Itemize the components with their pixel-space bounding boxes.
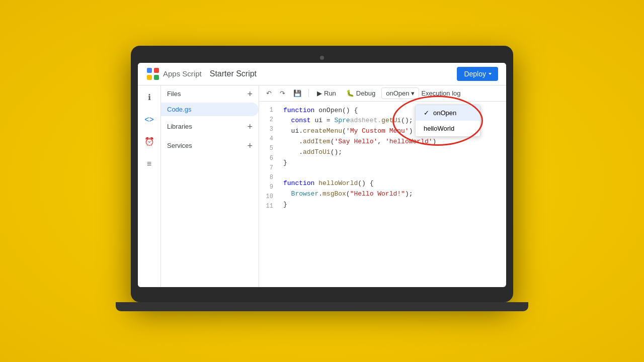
code-line-5: .addToUi(); (283, 147, 500, 158)
line-number-10: 10 (263, 192, 273, 202)
sidebar-icons: ℹ <> ⏰ ≡ (138, 85, 161, 287)
file-name-code-gs: Code.gs (167, 106, 191, 113)
code-line-8: function helloWorld() { (283, 178, 500, 189)
chevron-down-icon: ▾ (411, 89, 415, 97)
services-label: Services (167, 142, 192, 149)
line-number-5: 5 (263, 144, 273, 153)
logo-text: Apps Script (163, 69, 202, 78)
code-line-11 (283, 210, 500, 221)
code-line-6: } (283, 158, 500, 168)
laptop-base (116, 302, 528, 311)
add-library-icon[interactable]: + (247, 122, 253, 131)
dropdown-item-helloworld[interactable]: helloWorld (416, 121, 480, 136)
function-selector-value: onOpen (386, 89, 409, 97)
services-header: Services + (161, 137, 259, 154)
app-title: Starter Script (210, 69, 257, 78)
line-number-1: 1 (263, 106, 273, 115)
sidebar-icon-menu[interactable]: ≡ (143, 158, 155, 170)
add-service-icon[interactable]: + (247, 141, 253, 150)
deploy-arrow-icon (489, 73, 492, 75)
line-number-4: 4 (263, 134, 273, 144)
app-body: ℹ <> ⏰ ≡ Files + Code.gs Libraries (138, 85, 506, 287)
undo-button[interactable]: ↶ (263, 87, 275, 99)
libraries-label: Libraries (167, 123, 192, 130)
sidebar-icon-code[interactable]: <> (143, 114, 155, 126)
svg-rect-1 (154, 68, 159, 73)
line-number-3: 3 (263, 125, 273, 134)
run-label: Run (324, 89, 336, 97)
line-number-6: 6 (263, 154, 273, 163)
code-line-10: } (283, 200, 500, 210)
laptop-container: Apps Script Starter Script Deploy ℹ <> ⏰… (131, 46, 513, 302)
deploy-label: Deploy (464, 70, 486, 78)
run-button[interactable]: ▶ Run (313, 87, 340, 99)
debug-label: Debug (356, 89, 375, 97)
deploy-button[interactable]: Deploy (457, 67, 498, 81)
redo-button[interactable]: ↷ (277, 87, 288, 99)
dropdown-item-label-onopen: onOpen (433, 109, 456, 117)
files-label: Files (167, 90, 181, 98)
code-line-7 (283, 168, 500, 178)
execution-log-button[interactable]: Execution log (421, 89, 460, 97)
line-number-9: 9 (263, 183, 273, 192)
apps-script-logo-icon (146, 67, 160, 81)
save-button[interactable]: 💾 (290, 87, 304, 99)
code-line-4: .addItem('Say Hello', 'helloWorld') (283, 137, 500, 147)
dropdown-item-label-helloworld: helloWorld (424, 125, 454, 132)
line-number-7: 7 (263, 163, 273, 173)
file-panel: Files + Code.gs Libraries + Services + (161, 85, 259, 287)
sidebar-icon-info[interactable]: ℹ (143, 92, 155, 104)
debug-icon: 🐛 (346, 89, 354, 97)
file-item-code-gs[interactable]: Code.gs (161, 103, 259, 116)
svg-rect-2 (147, 75, 152, 80)
run-icon: ▶ (317, 89, 322, 97)
files-header: Files + (161, 85, 259, 103)
function-selector[interactable]: onOpen ▾ (381, 87, 419, 99)
line-number-2: 2 (263, 115, 273, 125)
line-numbers: 1 2 3 4 5 6 7 8 9 10 11 (259, 106, 277, 283)
dropdown-item-onopen[interactable]: ✓ onOpen (416, 105, 480, 121)
laptop-frame: Apps Script Starter Script Deploy ℹ <> ⏰… (131, 46, 513, 302)
toolbar: ↶ ↷ 💾 ▶ Run 🐛 Debug onOpen (259, 85, 506, 102)
toolbar-separator-1 (308, 89, 309, 97)
svg-rect-3 (154, 75, 159, 80)
webcam (320, 56, 324, 60)
add-file-icon[interactable]: + (247, 89, 253, 99)
libraries-header: Libraries + (161, 118, 259, 135)
debug-button[interactable]: 🐛 Debug (342, 87, 379, 99)
logo: Apps Script (146, 67, 202, 81)
line-number-8: 8 (263, 173, 273, 183)
check-icon: ✓ (424, 109, 429, 117)
line-number-11: 11 (263, 202, 273, 211)
svg-rect-0 (147, 68, 152, 73)
app-header: Apps Script Starter Script Deploy (138, 63, 506, 85)
code-line-9: Browser.msgBox("Hello World!"); (283, 189, 500, 200)
sidebar-icon-clock[interactable]: ⏰ (143, 136, 155, 148)
laptop-screen: Apps Script Starter Script Deploy ℹ <> ⏰… (138, 63, 506, 287)
function-dropdown: ✓ onOpen helloWorld (415, 105, 480, 137)
code-area: ↶ ↷ 💾 ▶ Run 🐛 Debug onOpen (259, 85, 506, 287)
